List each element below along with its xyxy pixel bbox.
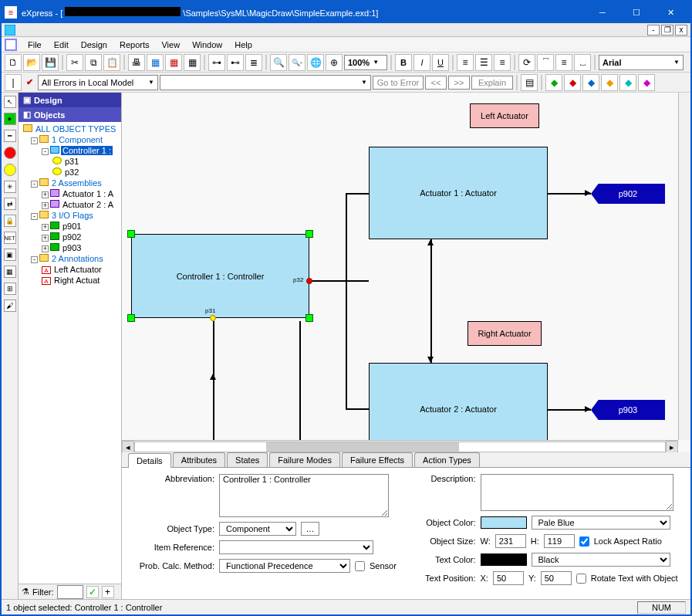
valign-bot[interactable]: ⎵ [574, 54, 591, 71]
abbreviation-input[interactable]: Controller 1 : Controller [219, 474, 389, 517]
diagram-canvas[interactable]: Left Actuator Actuator 1 : Actuator p902… [122, 93, 690, 452]
tool-misc[interactable]: ⊞ [4, 283, 16, 295]
shape-annotation-right[interactable]: Right Actuator [468, 321, 542, 346]
window-close[interactable]: ✕ [653, 2, 687, 23]
text-color-select[interactable]: Black [532, 553, 670, 567]
tcolor-swatch[interactable] [481, 553, 527, 566]
resize-handle-nw[interactable] [127, 230, 135, 238]
object-type-select[interactable]: Component [219, 522, 296, 536]
canvas-hscroll[interactable]: ◂ ▸ [122, 440, 678, 452]
goto-error-button[interactable]: Go to Error [373, 76, 424, 90]
prev-error-button[interactable]: << [425, 76, 447, 90]
color-cyan-button[interactable]: ◆ [619, 74, 636, 91]
shape-actuator2[interactable]: Actuator 2 : Actuator [369, 363, 548, 452]
tree-components[interactable]: -1 Component [20, 134, 120, 145]
align-right-button[interactable]: ≡ [494, 54, 511, 71]
valign-top[interactable]: ⎴ [537, 54, 554, 71]
sensor-checkbox[interactable] [355, 561, 365, 571]
goto-first-error[interactable]: | [5, 74, 22, 91]
align-left-button[interactable]: ≡ [457, 54, 474, 71]
hscroll-left[interactable]: ◂ [122, 441, 134, 453]
tool-lock[interactable]: 🔒 [4, 215, 16, 227]
canvas-vscroll[interactable] [678, 93, 690, 440]
next-error-button[interactable]: >> [448, 76, 470, 90]
menu-help[interactable]: Help [228, 39, 258, 51]
lock-aspect-checkbox[interactable] [579, 536, 589, 547]
window-maximize[interactable]: ☐ [619, 2, 653, 23]
color-green-button[interactable]: ◆ [545, 74, 562, 91]
height-input[interactable] [544, 534, 575, 548]
node-b-button[interactable]: ⊷ [227, 54, 244, 71]
menu-reports[interactable]: Reports [113, 39, 156, 51]
tree-assemblies[interactable]: -2 Assemblies [20, 178, 120, 188]
italic-button[interactable]: I [414, 54, 430, 71]
tab-failure-modes[interactable]: Failure Modes [269, 452, 340, 467]
open-button[interactable]: 📂 [23, 54, 40, 71]
item-ref-select[interactable] [219, 540, 373, 554]
resize-handle-se[interactable] [305, 314, 313, 322]
mdi-minimize[interactable]: - [647, 25, 660, 36]
tbl-red-button[interactable]: ▦ [165, 54, 182, 71]
tool-color[interactable]: 🖌 [4, 300, 16, 312]
error-scope-combo[interactable]: All Errors in Local Model▼ [38, 75, 158, 90]
color-select[interactable]: Pale Blue [532, 516, 670, 530]
tbl-blue-button[interactable]: ▦ [147, 54, 164, 71]
new-button[interactable]: 🗋 [5, 54, 22, 71]
menu-edit[interactable]: Edit [48, 39, 75, 51]
menu-file[interactable]: File [22, 39, 48, 51]
tree-port-p31[interactable]: p31 [20, 156, 120, 167]
window-minimize[interactable]: ─ [586, 2, 619, 23]
tree-ann-left[interactable]: ALeft Actuator [20, 264, 120, 275]
tool-node-yellow[interactable] [4, 164, 16, 176]
hscroll-track[interactable] [134, 442, 666, 452]
tool-node-red[interactable] [4, 147, 16, 159]
zoom-out-button[interactable]: 🔍- [289, 54, 305, 71]
shape-flag-p903[interactable]: p903 [591, 400, 665, 420]
expand-icon[interactable]: + [42, 191, 49, 198]
panel-toggle[interactable]: ▤ [521, 74, 538, 91]
menu-window[interactable]: Window [186, 39, 228, 51]
zoom-in-button[interactable]: 🔍 [270, 54, 287, 71]
paste-button[interactable]: 📋 [103, 54, 120, 71]
hscroll-right[interactable]: ▸ [666, 441, 678, 453]
description-input[interactable] [481, 474, 673, 511]
tool-net[interactable]: NET [4, 232, 16, 244]
color-swatch[interactable] [481, 516, 527, 529]
collapse-icon[interactable]: - [42, 148, 49, 155]
expand-icon[interactable]: + [42, 235, 49, 242]
list-button[interactable]: ≣ [245, 54, 262, 71]
node-a-button[interactable]: ⊶ [208, 54, 225, 71]
mdi-close[interactable]: x [675, 25, 687, 36]
menu-design[interactable]: Design [75, 39, 113, 51]
objects-header[interactable]: ◧Objects [19, 107, 121, 122]
color-red-button[interactable]: ◆ [564, 74, 581, 91]
collapse-icon[interactable]: - [31, 256, 38, 263]
tree-flag-p902[interactable]: +p902 [20, 232, 120, 242]
font-combo[interactable]: Arial▼ [599, 55, 684, 70]
zoom-fit-button[interactable]: ⊕ [326, 54, 343, 71]
filter-apply[interactable]: ✓ [86, 586, 99, 598]
globe-button[interactable]: 🌐 [307, 54, 324, 71]
otype-more-button[interactable]: … [301, 522, 319, 536]
cut-button[interactable]: ✂ [66, 54, 83, 71]
tree-ann-right[interactable]: ARight Actuat [20, 275, 120, 286]
hscroll-thumb[interactable] [266, 442, 459, 452]
explain-button[interactable]: Explain [471, 76, 513, 90]
tool-grid[interactable]: ▦ [4, 266, 16, 278]
calc-method-select[interactable]: Functional Precedence [219, 559, 350, 573]
bold-button[interactable]: B [395, 54, 412, 71]
tree-root[interactable]: ALL OBJECT TYPES [20, 124, 120, 134]
collapse-icon[interactable]: - [31, 213, 38, 220]
menu-view[interactable]: View [155, 39, 186, 51]
color-blue-button[interactable]: ◆ [582, 74, 599, 91]
tree-port-p32[interactable]: p32 [20, 167, 120, 178]
resize-handle-ne[interactable] [305, 230, 313, 238]
valign-mid[interactable]: ≡ [555, 54, 572, 71]
shape-controller[interactable]: Controller 1 : Controller [131, 234, 309, 318]
object-tree[interactable]: ALL OBJECT TYPES -1 Component -Controlle… [19, 122, 121, 584]
copy-button[interactable]: ⧉ [85, 54, 102, 71]
expand-icon[interactable]: + [42, 224, 49, 231]
text-x-input[interactable] [493, 571, 524, 585]
resize-handle-sw[interactable] [127, 314, 135, 322]
tree-annotations[interactable]: -2 Annotations [20, 253, 120, 264]
